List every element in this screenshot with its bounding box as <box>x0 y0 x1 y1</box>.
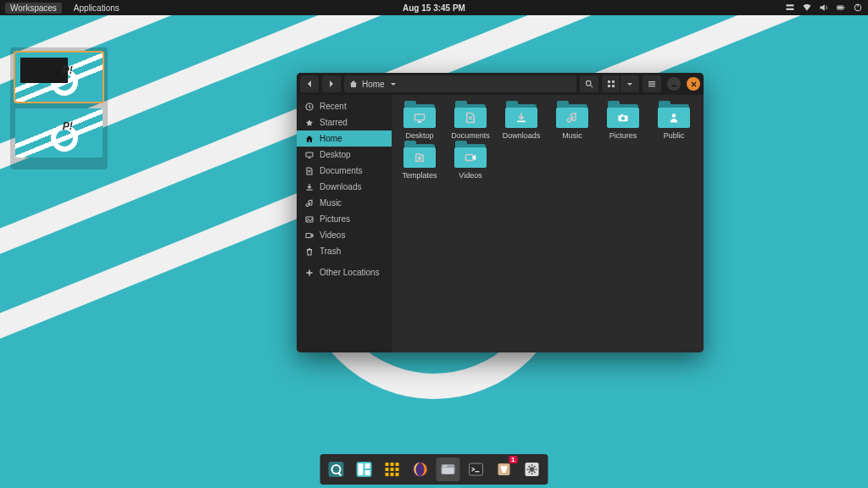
dock-app-firefox[interactable] <box>409 458 432 481</box>
trash-icon <box>305 247 314 256</box>
dock-app-updater[interactable]: 1 <box>492 458 516 481</box>
workspace-thumb-2[interactable]: P! <box>15 108 103 158</box>
svg-rect-34 <box>442 468 454 474</box>
power-icon[interactable] <box>853 3 863 13</box>
sidebar-item-label: Downloads <box>320 182 361 191</box>
music-icon <box>305 199 314 208</box>
workspaces-button[interactable]: Workspaces <box>5 3 62 14</box>
folder-public[interactable]: Public <box>653 103 695 140</box>
sidebar-item-desktop[interactable]: Desktop <box>297 147 392 163</box>
sidebar-item-label: Desktop <box>320 150 351 159</box>
folder-desktop[interactable]: Desktop <box>398 103 441 140</box>
svg-rect-31 <box>396 473 399 476</box>
video-icon <box>305 231 314 240</box>
svg-rect-29 <box>386 473 389 476</box>
view-grid-button[interactable] <box>602 75 620 92</box>
pop-logo-text: P! <box>63 120 73 132</box>
svg-rect-0 <box>787 4 794 6</box>
sidebar-item-pictures[interactable]: Pictures <box>297 211 392 227</box>
folder-templates[interactable]: Templates <box>398 143 441 180</box>
places-sidebar: RecentStarredHomeDesktopDocumentsDownloa… <box>297 95 392 352</box>
folder-icon <box>505 103 537 129</box>
dock-app-terminal[interactable] <box>465 458 488 481</box>
network-icon[interactable] <box>802 3 812 13</box>
download-icon <box>305 183 314 191</box>
svg-rect-36 <box>470 463 483 475</box>
search-button[interactable] <box>580 75 598 92</box>
sidebar-item-documents[interactable]: Documents <box>297 163 392 179</box>
back-button[interactable] <box>300 75 319 92</box>
sidebar-item-music[interactable]: Music <box>297 195 392 211</box>
dock-app-settings[interactable] <box>520 458 544 481</box>
sidebar-item-label: Trash <box>320 247 341 256</box>
plus-icon <box>305 269 314 277</box>
dock-app-pop-shop[interactable] <box>325 458 348 481</box>
chevron-down-icon <box>389 80 398 88</box>
download-icon <box>515 112 527 124</box>
document-icon <box>465 112 476 124</box>
svg-rect-25 <box>396 463 399 466</box>
view-options-button[interactable] <box>620 75 639 92</box>
forward-button[interactable] <box>322 75 341 92</box>
minimize-button[interactable] <box>667 77 681 91</box>
dock-app-files[interactable] <box>437 458 460 481</box>
clock-icon <box>305 103 314 111</box>
top-panel: Workspaces Applications Aug 15 3:45 PM <box>0 0 868 15</box>
folder-icon <box>556 103 588 129</box>
clock[interactable]: Aug 15 3:45 PM <box>403 3 465 13</box>
svg-rect-9 <box>612 80 615 83</box>
path-bar[interactable]: Home <box>344 75 576 92</box>
window-header[interactable]: Home <box>297 73 704 95</box>
volume-icon[interactable] <box>819 3 829 13</box>
system-tray[interactable] <box>785 3 863 13</box>
indicator-icon[interactable] <box>785 3 795 13</box>
sidebar-item-downloads[interactable]: Downloads <box>297 179 392 195</box>
svg-rect-21 <box>365 463 370 469</box>
dock-app-app-grid[interactable] <box>381 458 404 481</box>
sidebar-item-label: Home <box>320 134 342 143</box>
hamburger-button[interactable] <box>643 75 661 92</box>
folder-label: Templates <box>402 171 437 180</box>
picture-icon <box>617 112 629 124</box>
sidebar-item-label: Other Locations <box>320 268 380 277</box>
close-button[interactable] <box>687 77 700 91</box>
dock: 1 <box>320 454 548 485</box>
svg-point-7 <box>586 80 591 86</box>
svg-rect-26 <box>386 468 389 471</box>
sidebar-item-recent[interactable]: Recent <box>297 98 392 114</box>
folder-label: Downloads <box>503 131 541 140</box>
music-icon <box>566 112 578 124</box>
sidebar-item-videos[interactable]: Videos <box>297 227 392 243</box>
svg-rect-13 <box>648 84 655 85</box>
folder-icon <box>403 103 436 129</box>
home-icon <box>305 135 314 143</box>
svg-rect-8 <box>608 80 610 83</box>
sidebar-item-home[interactable]: Home <box>297 130 392 147</box>
workspace-switcher: P! P! <box>10 47 108 169</box>
dock-app-tiling[interactable] <box>353 458 376 481</box>
sidebar-item-other-locations[interactable]: Other Locations <box>297 264 392 280</box>
svg-rect-10 <box>608 85 610 87</box>
folder-pictures[interactable]: Pictures <box>602 103 644 140</box>
sidebar-item-label: Starred <box>320 118 348 127</box>
svg-rect-30 <box>391 473 394 476</box>
picture-icon <box>305 215 314 224</box>
svg-rect-11 <box>612 85 615 87</box>
pop-logo-text: P! <box>63 64 73 76</box>
home-icon <box>349 80 358 88</box>
folder-view[interactable]: DesktopDocumentsDownloadsMusicPicturesPu… <box>392 95 704 352</box>
folder-documents[interactable]: Documents <box>449 103 492 140</box>
svg-rect-15 <box>671 85 676 86</box>
folder-downloads[interactable]: Downloads <box>500 103 542 140</box>
svg-rect-20 <box>359 463 364 475</box>
applications-button[interactable]: Applications <box>70 3 123 14</box>
sidebar-item-trash[interactable]: Trash <box>297 243 392 259</box>
svg-rect-37 <box>476 471 480 472</box>
folder-videos[interactable]: Videos <box>449 143 492 180</box>
svg-rect-27 <box>391 468 394 471</box>
sidebar-item-starred[interactable]: Starred <box>297 114 392 130</box>
folder-music[interactable]: Music <box>551 103 593 140</box>
battery-icon[interactable] <box>836 3 846 13</box>
workspace-thumb-1[interactable]: P! <box>15 53 103 102</box>
svg-point-40 <box>530 467 535 472</box>
